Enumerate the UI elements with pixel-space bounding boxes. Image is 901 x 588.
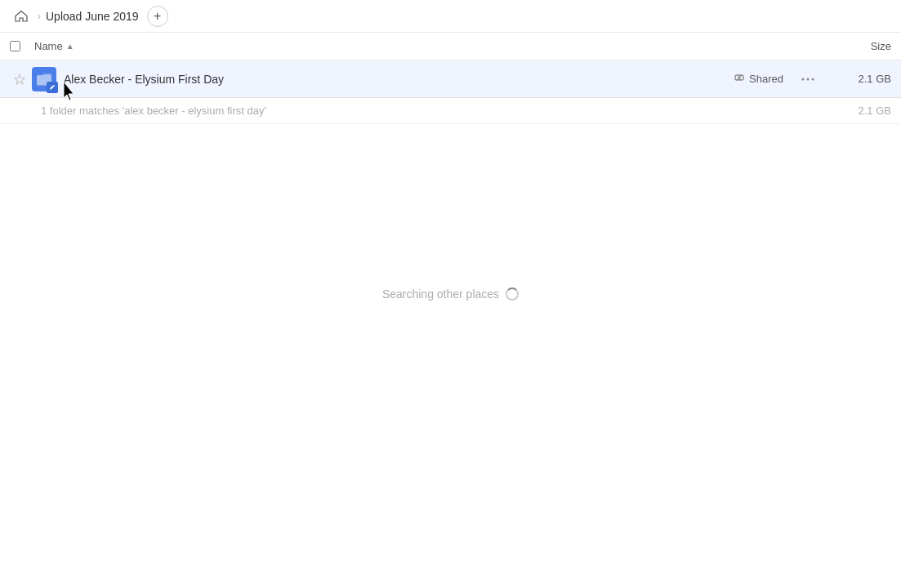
pencil-icon <box>47 82 58 93</box>
svg-point-1 <box>802 78 805 80</box>
search-info-text: 1 folder matches 'alex becker - elysium … <box>41 105 826 117</box>
size-column-header[interactable]: Size <box>826 40 891 52</box>
breadcrumb-chevron: › <box>38 11 41 22</box>
loading-spinner <box>506 287 519 301</box>
more-options-button[interactable] <box>796 78 819 81</box>
name-column-header[interactable]: Name ▲ <box>34 40 826 52</box>
name-column-label: Name <box>34 40 63 52</box>
breadcrumb-bar: › Upload June 2019 + <box>0 0 901 33</box>
home-button[interactable] <box>10 5 33 28</box>
searching-other-places: Searching other places <box>0 287 901 301</box>
searching-label: Searching other places <box>382 287 499 301</box>
link-icon <box>734 72 745 86</box>
add-button[interactable]: + <box>147 6 168 27</box>
column-header: Name ▲ Size <box>0 33 901 60</box>
select-all-checkbox[interactable] <box>10 41 20 51</box>
search-info-row: 1 folder matches 'alex becker - elysium … <box>0 98 901 124</box>
star-button[interactable] <box>10 74 29 85</box>
name-sort-arrow: ▲ <box>66 42 74 51</box>
search-info-size: 2.1 GB <box>826 105 891 117</box>
shared-badge: Shared <box>734 72 783 86</box>
svg-point-3 <box>812 78 814 80</box>
folder-icon <box>32 67 56 91</box>
file-row[interactable]: Alex Becker - Elysium First Day Shared 2… <box>0 60 901 98</box>
file-size: 2.1 GB <box>826 73 891 85</box>
svg-point-2 <box>807 78 810 80</box>
breadcrumb-title: Upload June 2019 <box>46 10 139 23</box>
file-icon-col <box>29 67 59 91</box>
file-name[interactable]: Alex Becker - Elysium First Day <box>64 73 734 86</box>
shared-label: Shared <box>749 73 783 85</box>
select-all-checkbox-col <box>10 41 34 51</box>
